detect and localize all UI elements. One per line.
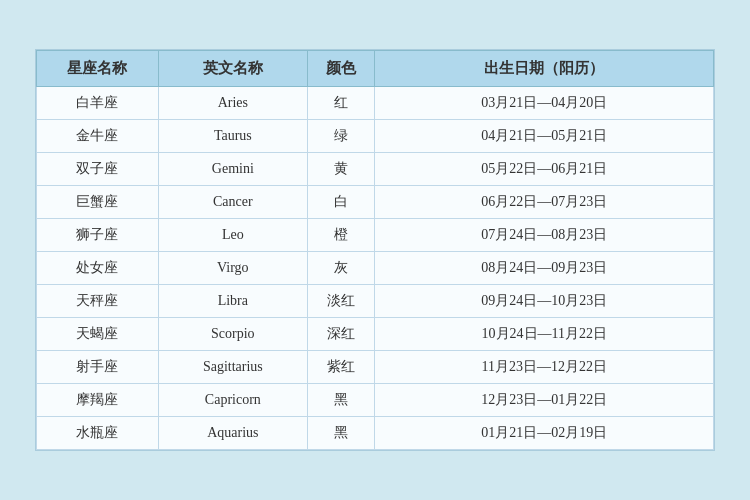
table-row: 水瓶座Aquarius黑01月21日—02月19日	[37, 417, 714, 450]
table-row: 摩羯座Capricorn黑12月23日—01月22日	[37, 384, 714, 417]
header-chinese-name: 星座名称	[37, 51, 159, 87]
cell-chinese: 双子座	[37, 153, 159, 186]
cell-chinese: 天蝎座	[37, 318, 159, 351]
cell-chinese: 狮子座	[37, 219, 159, 252]
zodiac-table-container: 星座名称 英文名称 颜色 出生日期（阳历） 白羊座Aries红03月21日—04…	[35, 49, 715, 451]
cell-english: Virgo	[158, 252, 307, 285]
cell-chinese: 射手座	[37, 351, 159, 384]
cell-color: 橙	[307, 219, 375, 252]
table-row: 狮子座Leo橙07月24日—08月23日	[37, 219, 714, 252]
table-row: 射手座Sagittarius紫红11月23日—12月22日	[37, 351, 714, 384]
cell-chinese: 白羊座	[37, 87, 159, 120]
cell-dates: 04月21日—05月21日	[375, 120, 714, 153]
zodiac-table: 星座名称 英文名称 颜色 出生日期（阳历） 白羊座Aries红03月21日—04…	[36, 50, 714, 450]
cell-dates: 09月24日—10月23日	[375, 285, 714, 318]
table-row: 处女座Virgo灰08月24日—09月23日	[37, 252, 714, 285]
table-row: 天蝎座Scorpio深红10月24日—11月22日	[37, 318, 714, 351]
cell-chinese: 水瓶座	[37, 417, 159, 450]
cell-english: Taurus	[158, 120, 307, 153]
cell-dates: 11月23日—12月22日	[375, 351, 714, 384]
cell-chinese: 处女座	[37, 252, 159, 285]
table-row: 金牛座Taurus绿04月21日—05月21日	[37, 120, 714, 153]
cell-dates: 08月24日—09月23日	[375, 252, 714, 285]
header-dates: 出生日期（阳历）	[375, 51, 714, 87]
table-row: 巨蟹座Cancer白06月22日—07月23日	[37, 186, 714, 219]
cell-color: 淡红	[307, 285, 375, 318]
cell-chinese: 金牛座	[37, 120, 159, 153]
header-english-name: 英文名称	[158, 51, 307, 87]
cell-color: 白	[307, 186, 375, 219]
cell-chinese: 天秤座	[37, 285, 159, 318]
cell-english: Cancer	[158, 186, 307, 219]
cell-dates: 03月21日—04月20日	[375, 87, 714, 120]
cell-dates: 05月22日—06月21日	[375, 153, 714, 186]
header-color: 颜色	[307, 51, 375, 87]
cell-english: Capricorn	[158, 384, 307, 417]
cell-color: 黑	[307, 417, 375, 450]
cell-dates: 07月24日—08月23日	[375, 219, 714, 252]
cell-chinese: 摩羯座	[37, 384, 159, 417]
cell-color: 灰	[307, 252, 375, 285]
cell-english: Aquarius	[158, 417, 307, 450]
cell-dates: 12月23日—01月22日	[375, 384, 714, 417]
cell-english: Leo	[158, 219, 307, 252]
cell-dates: 06月22日—07月23日	[375, 186, 714, 219]
cell-color: 绿	[307, 120, 375, 153]
cell-english: Gemini	[158, 153, 307, 186]
cell-color: 黑	[307, 384, 375, 417]
table-row: 白羊座Aries红03月21日—04月20日	[37, 87, 714, 120]
cell-dates: 10月24日—11月22日	[375, 318, 714, 351]
cell-english: Libra	[158, 285, 307, 318]
cell-color: 黄	[307, 153, 375, 186]
table-row: 双子座Gemini黄05月22日—06月21日	[37, 153, 714, 186]
cell-dates: 01月21日—02月19日	[375, 417, 714, 450]
table-body: 白羊座Aries红03月21日—04月20日金牛座Taurus绿04月21日—0…	[37, 87, 714, 450]
cell-color: 红	[307, 87, 375, 120]
cell-english: Scorpio	[158, 318, 307, 351]
cell-color: 深红	[307, 318, 375, 351]
cell-color: 紫红	[307, 351, 375, 384]
cell-english: Sagittarius	[158, 351, 307, 384]
cell-chinese: 巨蟹座	[37, 186, 159, 219]
table-row: 天秤座Libra淡红09月24日—10月23日	[37, 285, 714, 318]
cell-english: Aries	[158, 87, 307, 120]
table-header-row: 星座名称 英文名称 颜色 出生日期（阳历）	[37, 51, 714, 87]
